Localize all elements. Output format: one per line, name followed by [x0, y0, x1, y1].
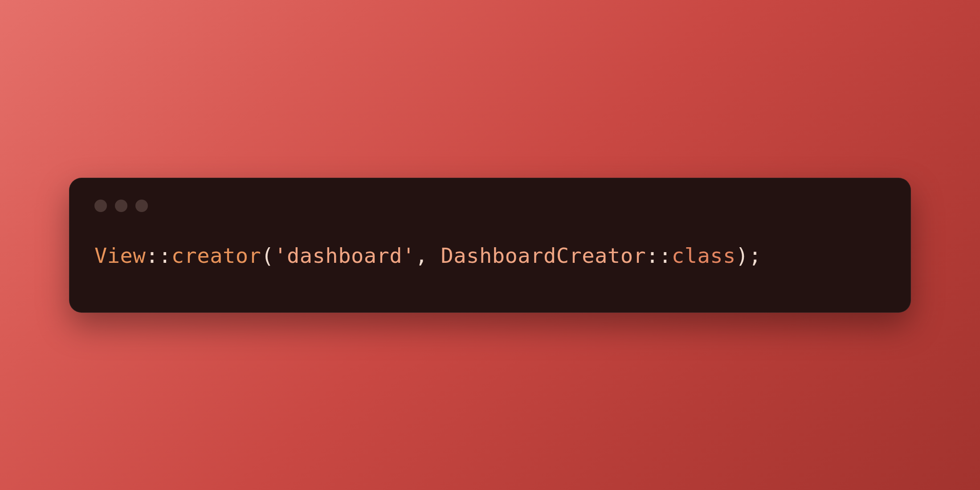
- token-paren-open: (: [261, 243, 274, 268]
- close-dot[interactable]: [94, 200, 107, 212]
- token-paren-close: ): [736, 243, 749, 268]
- token-class-keyword: class: [672, 243, 736, 268]
- traffic-lights: [94, 200, 886, 212]
- code-window: View::creator('dashboard', DashboardCrea…: [69, 178, 911, 313]
- token-scope-resolution-2: ::: [646, 243, 672, 268]
- token-scope-resolution: ::: [146, 243, 172, 268]
- maximize-dot[interactable]: [135, 200, 148, 212]
- token-comma: ,: [415, 243, 441, 268]
- token-semicolon: ;: [749, 243, 762, 268]
- minimize-dot[interactable]: [115, 200, 127, 212]
- token-class-facade: View: [94, 243, 146, 268]
- token-class-reference: DashboardCreator: [441, 243, 646, 268]
- token-string-arg: 'dashboard': [274, 243, 415, 268]
- code-line: View::creator('dashboard', DashboardCrea…: [94, 243, 886, 268]
- token-method-name: creator: [172, 243, 261, 268]
